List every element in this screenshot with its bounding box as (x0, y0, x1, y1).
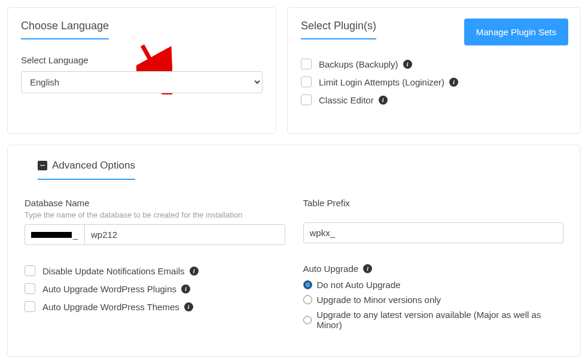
auto-upgrade-radio-latest[interactable] (303, 316, 312, 325)
database-name-input[interactable] (84, 224, 285, 245)
disable-update-emails-checkbox[interactable] (25, 265, 35, 276)
option-label: Auto Upgrade WordPress Themes (42, 302, 179, 312)
plugin-row: Limit Login Attempts (Loginizer) i (301, 77, 567, 87)
auto-upgrade-themes-checkbox[interactable] (25, 301, 35, 312)
plugin-checkbox-backups[interactable] (301, 59, 312, 69)
info-icon[interactable]: i (449, 78, 458, 87)
manage-plugin-sets-button[interactable]: Manage Plugin Sets (464, 19, 568, 45)
advanced-options-title: − Advanced Options (38, 160, 135, 180)
plugin-label: Limit Login Attempts (Loginizer) (319, 77, 444, 87)
plugin-checkbox-loginizer[interactable] (301, 77, 312, 87)
auto-upgrade-radio-minor[interactable] (303, 295, 312, 304)
info-icon[interactable]: i (181, 285, 190, 293)
choose-language-title: Choose Language (21, 20, 109, 39)
plugin-row: Classic Editor i (301, 94, 567, 105)
option-row: Disable Update Notifications Emails i (25, 265, 285, 276)
option-label: Auto Upgrade WordPress Plugins (42, 284, 176, 294)
auto-upgrade-option[interactable]: Do not Auto Upgrade (303, 280, 564, 290)
option-row: Auto Upgrade WordPress Themes i (25, 301, 285, 312)
language-select[interactable]: English (21, 71, 263, 93)
info-icon[interactable]: i (190, 267, 199, 276)
auto-upgrade-option[interactable]: Upgrade to Minor versions only (303, 295, 564, 305)
advanced-right-column: Table Prefix Auto Upgrade i Do not Auto … (303, 198, 564, 335)
option-label: Disable Update Notifications Emails (42, 266, 185, 276)
auto-upgrade-radio-none[interactable] (303, 280, 312, 289)
database-prefix-box: _ (25, 224, 84, 245)
plugin-label: Backups (Backuply) (319, 59, 398, 69)
advanced-options-card: − Advanced Options Database Name Type th… (7, 145, 581, 357)
info-icon[interactable]: i (363, 264, 372, 273)
auto-upgrade-option[interactable]: Upgrade to any latest version available … (303, 310, 564, 330)
select-plugins-title: Select Plugin(s) (301, 20, 376, 39)
database-name-hint: Type the name of the database to be crea… (25, 210, 285, 219)
auto-upgrade-plugins-checkbox[interactable] (25, 283, 35, 294)
redacted-prefix (31, 232, 72, 238)
select-language-label: Select Language (21, 55, 263, 65)
collapse-icon[interactable]: − (38, 161, 47, 170)
option-row: Auto Upgrade WordPress Plugins i (25, 283, 285, 294)
info-icon[interactable]: i (403, 60, 412, 69)
info-icon[interactable]: i (379, 96, 388, 105)
plugin-label: Classic Editor (319, 95, 374, 105)
select-plugins-card: Select Plugin(s) Manage Plugin Sets Back… (287, 7, 581, 134)
table-prefix-input[interactable] (303, 222, 564, 243)
table-prefix-label: Table Prefix (303, 198, 564, 208)
auto-upgrade-heading: Auto Upgrade i (303, 264, 564, 274)
advanced-left-column: Database Name Type the name of the datab… (25, 198, 285, 335)
choose-language-card: Choose Language Select Language English (7, 7, 276, 134)
database-name-label: Database Name (25, 198, 285, 208)
info-icon[interactable]: i (184, 302, 193, 311)
plugin-row: Backups (Backuply) i (301, 59, 567, 69)
plugin-checkbox-classic-editor[interactable] (301, 94, 312, 105)
